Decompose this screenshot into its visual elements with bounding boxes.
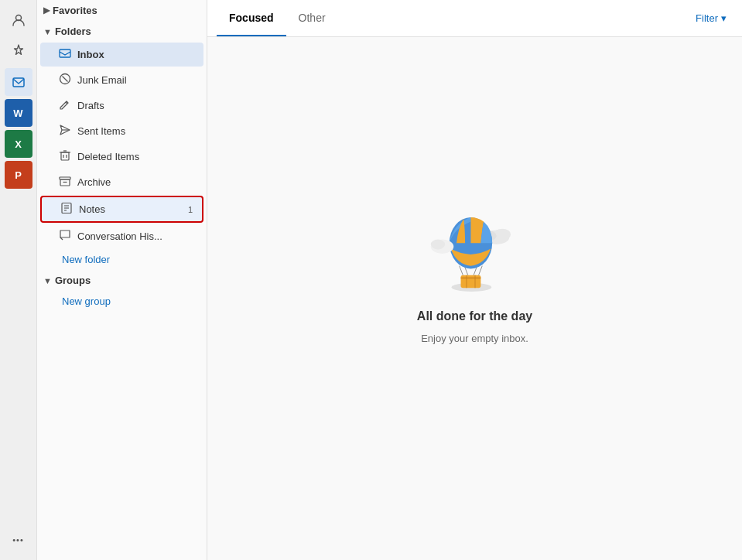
drafts-label: Drafts — [77, 100, 104, 111]
word-icon[interactable]: W — [5, 99, 32, 127]
pin-icon[interactable] — [5, 37, 32, 65]
folder-item-conversation[interactable]: Conversation His... — [40, 224, 203, 248]
notes-icon — [60, 202, 73, 217]
new-folder-link[interactable]: New folder — [37, 249, 207, 270]
folder-item-inbox[interactable]: Inbox — [40, 43, 203, 67]
folder-item-notes[interactable]: Notes 1 — [40, 196, 203, 223]
new-group-link[interactable]: New group — [37, 291, 207, 312]
app-rail: W X P ••• — [0, 0, 37, 560]
folder-item-archive[interactable]: Archive — [40, 170, 203, 194]
folder-item-sent[interactable]: Sent Items — [40, 119, 203, 143]
main-area: Focused Other Filter ▾ — [207, 0, 742, 560]
folder-item-drafts[interactable]: Drafts — [40, 94, 203, 118]
people-icon[interactable] — [5, 6, 32, 34]
svg-line-4 — [63, 77, 68, 82]
conversation-label: Conversation His... — [77, 230, 162, 242]
svg-line-30 — [478, 265, 482, 275]
powerpoint-icon[interactable]: P — [5, 161, 32, 189]
conversation-icon — [59, 229, 71, 244]
svg-rect-25 — [460, 275, 480, 288]
svg-point-35 — [430, 239, 444, 249]
folders-chevron: ▼ — [43, 27, 52, 36]
favorites-chevron: ▶ — [43, 5, 50, 15]
sent-icon — [59, 124, 71, 138]
inbox-icon — [59, 47, 71, 62]
svg-rect-2 — [60, 50, 70, 57]
inbox-label: Inbox — [77, 49, 104, 60]
svg-rect-1 — [13, 78, 24, 87]
archive-label: Archive — [77, 176, 111, 188]
folder-sidebar: ▶ Favorites ▼ Folders Inbox Junk Email — [37, 0, 207, 560]
junk-label: Junk Email — [77, 74, 127, 86]
empty-state: All done for the day Enjoy your empty in… — [207, 37, 742, 560]
groups-label: Groups — [55, 275, 91, 286]
notes-badge: 1 — [188, 205, 193, 214]
folders-label: Folders — [55, 26, 91, 37]
favorites-header[interactable]: ▶ Favorites — [37, 0, 207, 21]
svg-rect-8 — [61, 152, 69, 160]
svg-point-22 — [494, 228, 511, 240]
other-tab[interactable]: Other — [286, 1, 338, 36]
junk-icon — [59, 73, 71, 87]
excel-icon[interactable]: X — [5, 130, 32, 158]
archive-icon — [59, 175, 71, 190]
groups-header[interactable]: ▼ Groups — [37, 270, 207, 291]
mail-icon[interactable] — [5, 68, 32, 96]
filter-chevron-icon: ▾ — [721, 12, 727, 24]
sent-items-label: Sent Items — [77, 125, 125, 137]
filter-button[interactable]: Filter ▾ — [689, 8, 733, 29]
folder-item-deleted[interactable]: Deleted Items — [40, 145, 203, 169]
drafts-icon — [59, 98, 71, 113]
svg-line-29 — [459, 265, 463, 275]
more-apps-icon[interactable]: ••• — [5, 526, 32, 554]
tab-bar: Focused Other Filter ▾ — [207, 0, 742, 37]
trash-icon — [59, 149, 71, 164]
balloon-illustration — [429, 207, 521, 300]
favorites-label: Favorites — [53, 5, 97, 16]
groups-chevron: ▼ — [43, 276, 52, 285]
deleted-items-label: Deleted Items — [77, 151, 139, 162]
empty-subtitle: Enjoy your empty inbox. — [421, 333, 528, 344]
empty-title: All done for the day — [417, 309, 532, 323]
notes-label: Notes — [79, 203, 105, 215]
focused-tab[interactable]: Focused — [217, 1, 286, 36]
rail-bottom: ••• — [5, 526, 32, 554]
folders-header[interactable]: ▼ Folders — [37, 21, 207, 42]
folder-item-junk[interactable]: Junk Email — [40, 68, 203, 92]
